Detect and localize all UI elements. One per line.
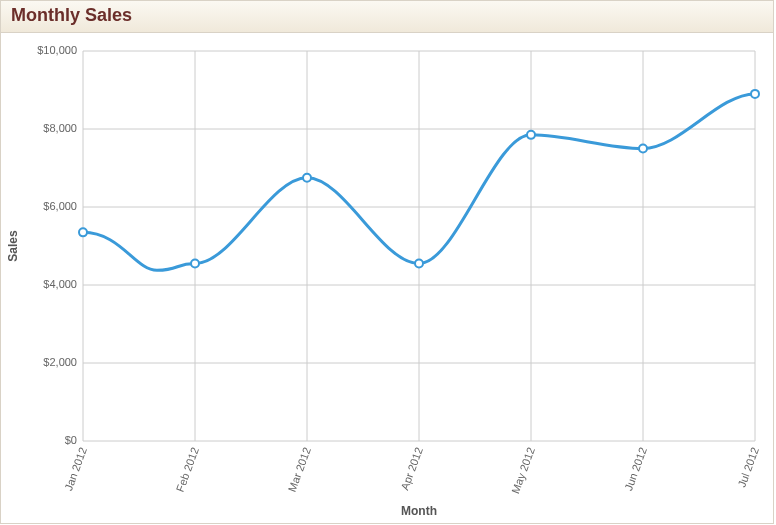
chart-title: Monthly Sales: [11, 5, 132, 25]
x-tick-1: Feb 2012: [174, 446, 201, 494]
x-tick-2: Mar 2012: [286, 446, 313, 494]
data-point-5: [639, 145, 647, 153]
data-point-4: [527, 131, 535, 139]
data-point-2: [303, 174, 311, 182]
y-tick-2: $4,000: [43, 278, 77, 290]
x-tick-4: May 2012: [509, 446, 537, 496]
x-tick-0: Jan 2012: [62, 446, 89, 493]
x-tick-5: Jun 2012: [622, 446, 649, 493]
data-point-6: [751, 90, 759, 98]
y-axis-label: Sales: [6, 230, 20, 262]
y-tick-5: $10,000: [37, 44, 77, 56]
x-tick-6: Jul 2012: [735, 446, 761, 489]
y-tick-4: $8,000: [43, 122, 77, 134]
grid-lines: [83, 51, 755, 441]
x-tick-3: Apr 2012: [398, 446, 425, 492]
y-tick-1: $2,000: [43, 356, 77, 368]
chart-card: Monthly Sales $0 $2,000 $: [0, 0, 774, 524]
data-point-1: [191, 260, 199, 268]
chart-svg: $0 $2,000 $4,000 $6,000 $8,000 $10,000 J…: [1, 33, 775, 523]
chart-plot-area: $0 $2,000 $4,000 $6,000 $8,000 $10,000 J…: [1, 33, 773, 523]
card-header: Monthly Sales: [1, 1, 773, 33]
data-point-3: [415, 260, 423, 268]
y-tick-3: $6,000: [43, 200, 77, 212]
y-tick-0: $0: [65, 434, 77, 446]
data-point-0: [79, 228, 87, 236]
x-axis-label: Month: [401, 504, 437, 518]
